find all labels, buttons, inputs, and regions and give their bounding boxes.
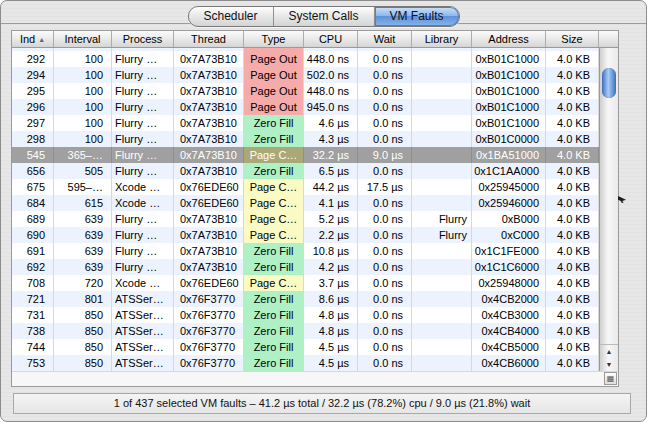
table-row[interactable]: 744850ATSSer…0x76F3770Zero Fill4.5 µs0.0… (12, 339, 599, 355)
column-header-wait[interactable]: Wait (358, 31, 412, 47)
table-row[interactable]: 689639Flurry …0x7A73B10Page C…5.2 µs0.0 … (12, 211, 599, 227)
cell-thread: 0x7A73B10 (174, 211, 244, 227)
cell-size: 4.0 KB (546, 211, 599, 227)
header-scrollbar-stub (599, 31, 618, 47)
cell-type: Zero Fill (244, 339, 304, 355)
cell-process: Flurry … (112, 163, 174, 179)
column-label: Process (123, 33, 163, 45)
column-label: Library (425, 33, 459, 45)
cell-type: Zero Fill (244, 307, 304, 323)
cell-interval: 850 (54, 339, 112, 355)
cell-wait: 0.0 ns (358, 259, 412, 275)
cell-wait: 0.0 ns (358, 291, 412, 307)
cell-process: Flurry … (112, 115, 174, 131)
table-row[interactable]: 753850ATSSer…0x76F3770Zero Fill4.5 µs0.0… (12, 355, 599, 371)
table-row[interactable]: 721801ATSSer…0x76F3770Zero Fill8.6 µs0.0… (12, 291, 599, 307)
cell-thread: 0x7A73B10 (174, 243, 244, 259)
cell-wait: 0.0 ns (358, 67, 412, 83)
vm-faults-table: Ind▲IntervalProcessThreadTypeCPUWaitLibr… (11, 30, 619, 387)
cell-address: 0x4CB2000 (472, 291, 546, 307)
column-header-process[interactable]: Process (112, 31, 174, 47)
cell-library (412, 67, 472, 83)
column-header-interval[interactable]: Interval (54, 31, 112, 47)
cell-cpu: 4.8 µs (304, 323, 358, 339)
cell-interval: 100 (54, 67, 112, 83)
cell-type: Page C… (244, 179, 304, 195)
cell-ind: 545 (12, 147, 54, 163)
cell-cpu: 4.6 µs (304, 115, 358, 131)
cell-size: 4.0 KB (546, 307, 599, 323)
cell-ind: 675 (12, 179, 54, 195)
column-label: Interval (64, 33, 100, 45)
cell-type: Zero Fill (244, 259, 304, 275)
cell-size: 4.0 KB (546, 131, 599, 147)
table-row[interactable]: 296100Flurry …0x7A73B10Page Out945.0 ns0… (12, 99, 599, 115)
cell-ind: 294 (12, 67, 54, 83)
table-row[interactable]: 690639Flurry …0x7A73B10Page C…2.2 µs0.0 … (12, 227, 599, 243)
cell-cpu: 10.8 µs (304, 243, 358, 259)
cell-process: ATSSer… (112, 355, 174, 371)
cell-cpu: 4.5 µs (304, 355, 358, 371)
column-header-type[interactable]: Type (244, 31, 304, 47)
scrollbar-thumb[interactable] (602, 68, 616, 98)
cell-wait: 0.0 ns (358, 307, 412, 323)
cell-ind: 296 (12, 99, 54, 115)
column-header-ind[interactable]: Ind▲ (12, 31, 54, 47)
cell-cpu: 4.1 µs (304, 195, 358, 211)
table-row[interactable]: 691639Flurry …0x7A73B10Zero Fill10.8 µs0… (12, 243, 599, 259)
cell-library (412, 99, 472, 115)
cell-ind: 753 (12, 355, 54, 371)
cell-process: ATSSer… (112, 339, 174, 355)
cell-cpu: 502.0 ns (304, 67, 358, 83)
column-header-address[interactable]: Address (472, 31, 546, 47)
cell-cpu: 32.2 µs (304, 147, 358, 163)
column-grid-button[interactable]: ▦ (604, 372, 617, 385)
cell-wait: 0.0 ns (358, 195, 412, 211)
table-row[interactable]: 731850ATSSer…0x76F3770Zero Fill4.8 µs0.0… (12, 307, 599, 323)
cell-address: 0xB01C1000 (472, 67, 546, 83)
cell-size: 4.0 KB (546, 275, 599, 291)
table-row[interactable]: 298100Flurry …0x7A73B10Zero Fill4.3 µs0.… (12, 131, 599, 147)
column-header-library[interactable]: Library (412, 31, 472, 47)
table-row[interactable]: 297100Flurry …0x7A73B10Zero Fill4.6 µs0.… (12, 115, 599, 131)
cell-library (412, 275, 472, 291)
table-row[interactable]: 692639Flurry …0x7A73B10Zero Fill4.2 µs0.… (12, 259, 599, 275)
table-row[interactable]: 656505Flurry …0x7A73B10Zero Fill6.5 µs0.… (12, 163, 599, 179)
cell-type: Page Out (244, 51, 304, 67)
cell-library (412, 355, 472, 371)
table-row[interactable]: 675595–…Xcode …0x76EDE60Page C…44.2 µs17… (12, 179, 599, 195)
cell-type: Page Out (244, 83, 304, 99)
mouse-cursor (618, 196, 626, 203)
tab-vm-faults[interactable]: VM Faults (375, 7, 459, 26)
cell-thread: 0x76F3770 (174, 323, 244, 339)
tab-scheduler[interactable]: Scheduler (188, 7, 273, 26)
table-row[interactable]: 294100Flurry …0x7A73B10Page Out502.0 ns0… (12, 67, 599, 83)
cell-cpu: 4.5 µs (304, 339, 358, 355)
table-row[interactable]: 295100Flurry …0x7A73B10Page Out448.0 ns0… (12, 83, 599, 99)
column-header-size[interactable]: Size (546, 31, 599, 47)
cell-type: Zero Fill (244, 291, 304, 307)
tab-system-calls[interactable]: System Calls (274, 7, 375, 26)
vertical-scrollbar[interactable]: ▲ ▼ (599, 48, 618, 371)
column-header-thread[interactable]: Thread (174, 31, 244, 47)
cell-type: Zero Fill (244, 131, 304, 147)
cell-cpu: 5.2 µs (304, 211, 358, 227)
table-row[interactable]: 292100Flurry …0x7A73B10Page Out448.0 ns0… (12, 51, 599, 67)
cell-thread: 0x7A73B10 (174, 99, 244, 115)
scroll-down-button[interactable]: ▼ (600, 358, 618, 371)
cell-ind: 689 (12, 211, 54, 227)
table-row[interactable]: 738850ATSSer…0x76F3770Zero Fill4.8 µs0.0… (12, 323, 599, 339)
table-row[interactable]: 684615Xcode …0x76EDE60Page C…4.1 µs0.0 n… (12, 195, 599, 211)
scroll-up-button[interactable]: ▲ (600, 345, 618, 358)
cell-thread: 0x7A73B10 (174, 83, 244, 99)
cell-type: Page C… (244, 227, 304, 243)
table-row-selected[interactable]: 545365–…Flurry …0x7A73B10Page C…32.2 µs9… (12, 147, 599, 163)
cell-address: 0xB01C1000 (472, 99, 546, 115)
column-label: Thread (191, 33, 226, 45)
cell-process: Flurry … (112, 259, 174, 275)
cell-address: 0x1C1C6000 (472, 259, 546, 275)
table-row[interactable]: 708720Xcode …0x76EDE60Page C…3.7 µs0.0 n… (12, 275, 599, 291)
cell-size: 4.0 KB (546, 163, 599, 179)
cell-address: 0xB01C1000 (472, 51, 546, 67)
column-header-cpu[interactable]: CPU (304, 31, 358, 47)
